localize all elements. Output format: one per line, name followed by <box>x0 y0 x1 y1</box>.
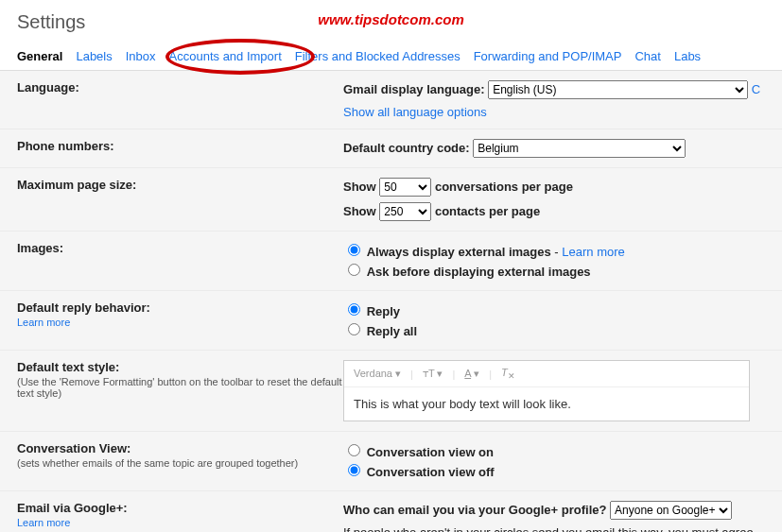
tabs-bar: General Labels Inbox Accounts and Import… <box>0 43 782 71</box>
reply-learn-more-link[interactable]: Learn more <box>17 317 70 328</box>
country-code-select[interactable]: Belgium <box>473 139 686 158</box>
conversation-sublabel: (sets whether emails of the same topic a… <box>17 457 343 469</box>
reply-all-radio[interactable] <box>348 323 360 335</box>
change-language-link[interactable]: C <box>752 82 760 96</box>
images-ask-label: Ask before displaying external images <box>367 265 591 279</box>
tab-labs[interactable]: Labs <box>674 49 701 63</box>
textstyle-sublabel: (Use the 'Remove Formatting' button on t… <box>17 376 343 399</box>
gplus-who-select[interactable]: Anyone on Google+ <box>610 501 732 520</box>
language-label: Language: <box>17 80 343 119</box>
reply-option-label: Reply <box>367 304 400 318</box>
conv-suffix: conversations per page <box>435 180 573 194</box>
tab-inbox[interactable]: Inbox <box>126 49 156 63</box>
conversation-on-label: Conversation view on <box>367 445 494 459</box>
images-always-radio[interactable] <box>348 244 360 256</box>
textstyle-label: Default text style: <box>17 360 119 374</box>
reply-radio[interactable] <box>348 303 360 316</box>
reply-all-option-label: Reply all <box>367 324 417 338</box>
remove-formatting-button[interactable]: T✕ <box>501 367 515 381</box>
gplus-note: If people who aren't in your circles sen… <box>343 525 765 532</box>
font-size-button[interactable]: ᴛT ▾ <box>423 368 443 380</box>
conversation-label: Conversation View: <box>17 441 130 455</box>
conversations-select[interactable]: 50 <box>379 178 431 197</box>
reply-label: Default reply behavior: <box>17 300 150 315</box>
watermark-text: www.tipsdotcom.com <box>318 11 463 27</box>
show-contacts-label: Show <box>343 204 376 218</box>
tab-general[interactable]: General <box>17 49 62 63</box>
gplus-learn-more-link[interactable]: Learn more <box>17 517 70 528</box>
language-select[interactable]: English (US) <box>488 80 748 99</box>
display-language-label: Gmail display language: <box>343 82 485 96</box>
tab-accounts-import[interactable]: Accounts and Import <box>169 49 282 63</box>
contacts-suffix: contacts per page <box>435 204 540 218</box>
phone-label: Phone numbers: <box>17 139 343 158</box>
images-ask-radio[interactable] <box>348 264 360 276</box>
show-conv-label: Show <box>343 180 376 194</box>
font-color-button[interactable]: A ▾ <box>464 368 479 380</box>
gplus-who-label: Who can email you via your Google+ profi… <box>343 503 606 517</box>
pagesize-label: Maximum page size: <box>17 178 343 221</box>
images-learn-more-link[interactable]: Learn more <box>562 245 624 259</box>
images-always-label: Always display external images <box>367 245 551 259</box>
tab-forwarding[interactable]: Forwarding and POP/IMAP <box>474 49 622 63</box>
images-label: Images: <box>17 241 343 281</box>
tab-labels[interactable]: Labels <box>76 49 112 63</box>
gplus-label: Email via Google+: <box>17 501 128 515</box>
conversation-on-radio[interactable] <box>348 444 360 456</box>
conversation-off-label: Conversation view off <box>367 465 495 479</box>
text-style-editor: Verdana ▾ | ᴛT ▾ | A ▾ | T✕ This is what… <box>343 360 750 421</box>
page-title: Settings <box>17 11 85 32</box>
text-style-preview: This is what your body text will look li… <box>344 387 749 420</box>
tab-filters[interactable]: Filters and Blocked Addresses <box>295 49 461 63</box>
contacts-select[interactable]: 250 <box>379 202 431 221</box>
font-family-button[interactable]: Verdana ▾ <box>354 368 401 380</box>
show-all-languages-link[interactable]: Show all language options <box>343 105 765 119</box>
country-code-label: Default country code: <box>343 141 470 155</box>
tab-chat[interactable]: Chat <box>634 49 660 63</box>
conversation-off-radio[interactable] <box>348 464 360 476</box>
